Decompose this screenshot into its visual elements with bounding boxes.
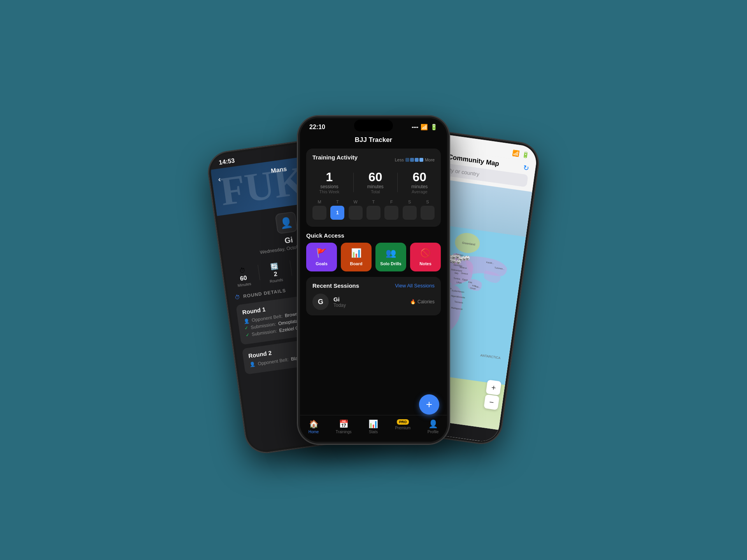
more-label: More <box>425 158 435 162</box>
avg-minutes-stat: 60 minutes Average <box>411 171 428 194</box>
drills-label: Solo Drills <box>380 261 401 266</box>
notes-icon: 🚫 <box>420 248 431 258</box>
activity-legend: Less More <box>395 158 435 162</box>
day-thu: T <box>366 200 381 220</box>
left-time: 14:53 <box>218 157 235 166</box>
pro-badge: PRO <box>397 419 409 425</box>
phone-center-screen: 22:10 ▪▪▪▪ 📶 🔋 BJJ Tracker Training Acti… <box>300 118 447 442</box>
calories-text: Calories <box>417 299 435 304</box>
wifi-icon-right: 📶 <box>512 150 520 158</box>
rounds-label: Rounds <box>270 277 284 284</box>
session-item-gi[interactable]: G Gi Today 🔥 Calories <box>312 294 435 310</box>
session-circle-icon: G <box>312 294 329 310</box>
center-screen-wrapper: BJJ Tracker Training Activity Less <box>300 133 447 442</box>
activity-card-title: Training Activity <box>312 154 358 161</box>
center-status-bar: 22:10 ▪▪▪▪ 📶 🔋 <box>300 118 447 133</box>
fire-icon-small: 🔥 <box>410 299 416 304</box>
zoom-in-button[interactable]: + <box>486 380 502 396</box>
stats-icon: 📊 <box>368 419 378 429</box>
nav-stats[interactable]: 📊 Stats <box>368 419 378 434</box>
center-time: 22:10 <box>309 124 325 131</box>
belt-icon-1: 👤 <box>243 318 250 324</box>
phones-container: 14:53 📶 🔋 ‹ Mans 👤 Gi Wednesday, October… <box>160 47 587 513</box>
stat-rounds: 🔄 2 Rounds <box>267 262 284 285</box>
sessions-sublabel: This Week <box>319 189 340 194</box>
sessions-stat: 1 sessions This Week <box>319 171 340 194</box>
avg-minutes-value: 60 <box>411 171 428 183</box>
back-button[interactable]: ‹ <box>217 175 221 184</box>
view-all-link[interactable]: View All Sessions <box>395 283 435 289</box>
day-wed: W <box>349 200 363 220</box>
recent-sessions-header: Recent Sessions View All Sessions <box>312 282 435 289</box>
home-icon: 🏠 <box>309 419 319 429</box>
activity-header: Training Activity Less More <box>312 154 435 165</box>
nav-trainings[interactable]: 📅 Trainings <box>336 419 352 434</box>
drills-icon: 👥 <box>386 248 396 258</box>
checkmark-icon-2: ✓ <box>245 332 250 338</box>
sessions-label: sessions <box>319 184 340 189</box>
day-mon: M <box>312 200 326 220</box>
solo-drills-button[interactable]: 👥 Solo Drills <box>375 243 406 271</box>
day-fri: F <box>384 200 398 220</box>
stat-divider-2 <box>397 173 398 192</box>
day-dot-fri[interactable] <box>384 206 398 220</box>
dot-2 <box>410 158 414 162</box>
zoom-out-button[interactable]: − <box>484 394 500 410</box>
nav-home-label: Home <box>309 430 319 434</box>
refresh-icon[interactable]: ↻ <box>523 163 530 172</box>
rounds-icon: 🔄 <box>270 262 279 271</box>
nav-profile-label: Profile <box>428 430 438 434</box>
center-content: BJJ Tracker Training Activity Less <box>300 133 447 415</box>
dot-3 <box>415 158 419 162</box>
session-info: Gi Today <box>333 296 405 308</box>
dot-4 <box>419 158 423 162</box>
board-button[interactable]: 📊 Board <box>341 243 372 271</box>
total-minutes-sublabel: Total <box>367 189 384 194</box>
day-dot-sun[interactable] <box>421 206 435 220</box>
add-session-fab[interactable]: + <box>419 394 439 415</box>
total-minutes-stat: 60 minutes Total <box>367 171 384 194</box>
nav-home[interactable]: 🏠 Home <box>309 419 319 434</box>
quick-access-title: Quick Access <box>306 232 441 239</box>
goals-button[interactable]: 🚩 Goals <box>306 243 337 271</box>
bottom-nav: 🏠 Home 📅 Trainings 📊 Stats PRO Premium <box>300 415 447 442</box>
profile-name-header: Mans <box>270 165 287 175</box>
trainings-icon: 📅 <box>339 419 349 429</box>
goals-icon: 🚩 <box>316 248 327 258</box>
minutes-value: 60 <box>240 274 247 282</box>
day-dot-thu[interactable] <box>366 206 381 220</box>
day-dot-mon[interactable] <box>312 206 326 220</box>
profile-session-title: Gi <box>284 235 293 245</box>
center-status-icons: ▪▪▪▪ 📶 🔋 <box>412 124 438 131</box>
training-stats-row: 1 sessions This Week 60 minutes Total <box>312 171 435 194</box>
divider-1 <box>258 265 261 280</box>
rounds-value: 2 <box>273 270 277 278</box>
sessions-value: 1 <box>319 171 340 183</box>
less-label: Less <box>395 158 404 162</box>
wifi-icon-center: 📶 <box>421 124 428 131</box>
day-dot-sat[interactable] <box>403 206 417 220</box>
belt-icon-2: 👤 <box>249 361 256 368</box>
training-activity-card: Training Activity Less More <box>306 149 441 227</box>
session-calories: 🔥 Calories <box>410 299 435 304</box>
divider-2 <box>289 260 292 276</box>
day-dot-wed[interactable] <box>349 206 363 220</box>
profile-icon: 👤 <box>428 419 438 429</box>
notes-button[interactable]: 🚫 Notes <box>410 243 441 271</box>
clock-icon: ⏱ <box>239 267 246 275</box>
day-dot-tue[interactable]: 1 <box>330 206 344 220</box>
nav-premium[interactable]: PRO Premium <box>395 419 410 434</box>
week-days-row: M T 1 W T <box>312 200 435 220</box>
nav-profile[interactable]: 👤 Profile <box>428 419 438 434</box>
notes-label: Notes <box>419 261 431 266</box>
total-minutes-value: 60 <box>367 171 384 183</box>
minutes-label: Minutes <box>237 282 251 288</box>
bjj-tracker-header: BJJ Tracker <box>306 133 441 149</box>
avg-minutes-label: minutes <box>411 184 428 189</box>
quick-access-grid: 🚩 Goals 📊 Board 👥 Solo Drills <box>306 243 441 271</box>
goals-label: Goals <box>316 261 328 266</box>
stat-minutes: ⏱ 60 Minutes <box>235 266 252 289</box>
quick-access-section: Quick Access 🚩 Goals 📊 Board � <box>306 232 441 271</box>
battery-icon-right: 🔋 <box>522 151 530 159</box>
avatar-icon: 👤 <box>279 216 293 229</box>
